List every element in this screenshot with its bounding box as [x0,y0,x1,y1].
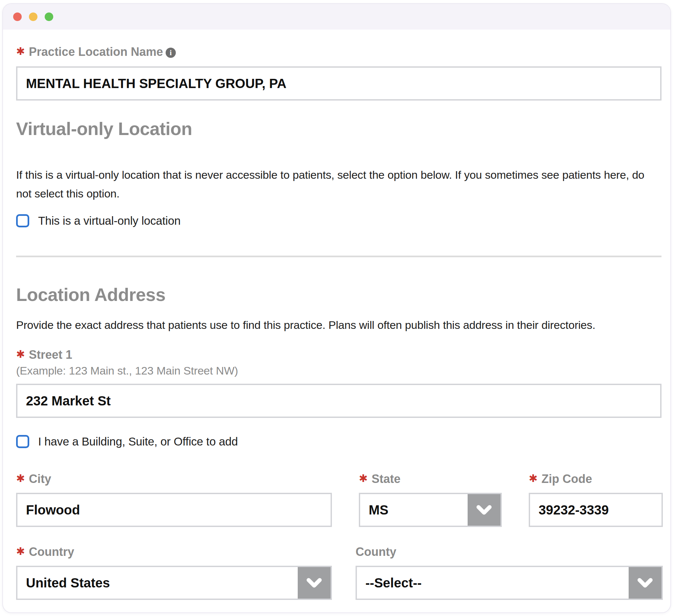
required-asterisk-icon: ✱ [16,545,25,558]
required-asterisk-icon: ✱ [16,348,25,361]
window-titlebar [3,4,670,30]
county-label: County [356,545,663,559]
county-field-group: County --Select-- [356,545,663,600]
zip-input[interactable] [529,493,663,527]
county-select[interactable]: --Select-- [356,566,663,600]
building-suite-checkbox-label[interactable]: I have a Building, Suite, or Office to a… [38,435,238,448]
country-select[interactable]: United States [16,566,332,600]
virtual-only-heading: Virtual-only Location [16,119,662,138]
state-select-value: MS [369,503,389,518]
country-county-row: ✱Country United States County --Select-- [16,545,662,600]
location-address-heading: Location Address [16,286,662,304]
section-divider [16,256,662,257]
chevron-down-icon[interactable] [629,567,662,599]
country-select-value: United States [26,576,110,590]
practice-location-name-input[interactable] [16,66,662,100]
street1-example-hint: (Example: 123 Main st., 123 Main Street … [16,364,662,377]
required-asterisk-icon: ✱ [16,45,25,58]
close-window-icon[interactable] [13,12,22,21]
building-suite-checkbox[interactable] [16,435,29,448]
city-field-group: ✱City [16,472,332,527]
location-address-description: Provide the exact address that patients … [16,316,662,334]
building-suite-checkbox-row: I have a Building, Suite, or Office to a… [16,434,662,449]
country-label: ✱Country [16,545,332,559]
form-content: ✱Practice Location Namei Virtual-only Lo… [3,30,670,612]
city-label: ✱City [16,472,332,486]
app-window: ✱Practice Location Namei Virtual-only Lo… [2,3,671,613]
virtual-only-checkbox-label[interactable]: This is a virtual-only location [38,214,180,227]
practice-location-name-label: ✱Practice Location Namei [16,45,662,59]
minimize-window-icon[interactable] [29,12,37,21]
state-label: ✱State [359,472,502,486]
county-select-value: --Select-- [366,576,422,590]
city-state-zip-row: ✱City ✱State MS ✱Zip Code [16,472,662,527]
virtual-only-checkbox-row: This is a virtual-only location [16,214,662,228]
street1-input[interactable] [16,384,662,418]
zip-field-group: ✱Zip Code [529,472,663,527]
state-field-group: ✱State MS [359,472,502,527]
info-icon[interactable]: i [166,48,176,58]
city-input[interactable] [16,493,332,527]
zip-label: ✱Zip Code [529,472,663,486]
required-asterisk-icon: ✱ [529,472,537,485]
chevron-down-icon[interactable] [298,567,330,599]
street1-label: ✱Street 1 [16,348,662,362]
required-asterisk-icon: ✱ [359,472,368,485]
country-field-group: ✱Country United States [16,545,332,600]
maximize-window-icon[interactable] [45,12,53,21]
chevron-down-icon[interactable] [468,494,500,526]
virtual-only-checkbox[interactable] [16,214,29,227]
required-asterisk-icon: ✱ [16,472,25,485]
state-select[interactable]: MS [359,493,502,527]
virtual-only-description: If this is a virtual-only location that … [16,166,662,203]
